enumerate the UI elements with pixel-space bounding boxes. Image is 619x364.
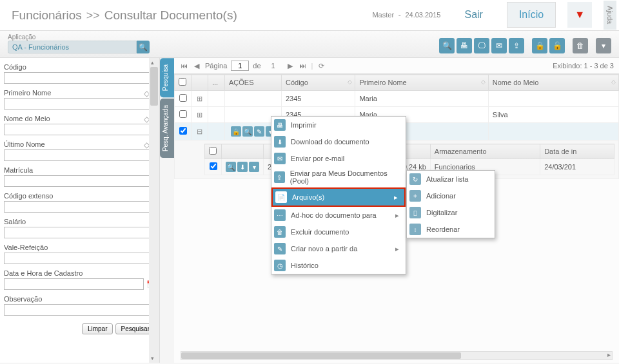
ctx-item-icon: ⇪ <box>274 171 285 183</box>
page-label: Página <box>205 62 227 70</box>
col-data[interactable]: Data de in <box>540 144 614 159</box>
last-page-icon[interactable]: ⏭ <box>299 61 308 70</box>
export-icon[interactable]: ⇪ <box>509 38 524 53</box>
ctx-item-icon: ◷ <box>274 260 286 271</box>
page-input[interactable] <box>231 61 249 71</box>
ctx-subitem[interactable]: ⌷Digitalizar <box>407 204 495 221</box>
clear-button[interactable]: Limpar <box>82 323 113 334</box>
ctx-subitem[interactable]: ＋Adicionar <box>407 187 495 204</box>
tab-pesquisa[interactable]: Pesquisa <box>160 58 174 97</box>
tab-pesq-avancada[interactable]: Pesq. Avançada <box>160 99 174 158</box>
print-icon[interactable]: 🖶 <box>457 38 472 53</box>
ctx-item[interactable]: ⬇Download do documento <box>271 133 406 150</box>
alert-button[interactable]: ▼ <box>567 2 592 28</box>
ctx-item-icon: ⬇ <box>274 136 286 148</box>
field-label: Salário <box>4 218 26 225</box>
filter-input[interactable] <box>4 201 155 213</box>
filter-input[interactable] <box>4 304 155 316</box>
menu-icon[interactable]: ▾ <box>249 162 259 172</box>
ctx-item[interactable]: 🗑Excluir documento <box>271 224 406 240</box>
row-checkbox[interactable] <box>179 94 187 102</box>
col-nome-do-meio[interactable]: Nome do Meio◇ <box>488 75 618 91</box>
row-checkbox[interactable] <box>179 127 187 135</box>
field-label: Código extenso <box>4 192 53 200</box>
field-label: Matrícula <box>4 166 33 174</box>
filter-input[interactable] <box>4 278 144 290</box>
download-icon[interactable]: ⬇ <box>237 162 248 172</box>
ctx-item-icon: ⋯ <box>274 209 286 221</box>
filter-input[interactable] <box>4 72 155 84</box>
search-icon[interactable]: 🔍 <box>439 38 455 53</box>
ctx-item-icon: ✉ <box>274 153 286 164</box>
monitor-icon[interactable]: 🖵 <box>474 38 489 53</box>
sub-row-checkbox[interactable] <box>210 162 217 170</box>
ctx-item-icon: 🗑 <box>274 226 286 238</box>
home-button[interactable]: Início <box>507 2 556 28</box>
lock-icon[interactable]: 🔒 <box>231 126 241 137</box>
ctx-item-label: Download do documento <box>291 138 369 146</box>
ctx-item-icon: 🖶 <box>274 119 286 131</box>
app-select[interactable]: QA - Funcionários <box>8 41 137 53</box>
col-primeiro-nome[interactable]: Primeiro Nome◇ <box>355 75 488 91</box>
ctx-item[interactable]: ⋯Ad-hoc do documento para▸ <box>271 207 406 224</box>
actions-context-menu[interactable]: 🖶Imprimir⬇Download do documento✉Enviar p… <box>271 116 406 274</box>
table-row[interactable]: ⊞2345Maria <box>175 91 619 107</box>
search-icon[interactable]: 🔍 <box>226 162 236 172</box>
sidebar-scrollbar[interactable] <box>149 58 159 363</box>
ctx-subitem[interactable]: ↕Reordenar <box>407 221 495 238</box>
chevron-right-icon: ▸ <box>384 245 399 253</box>
col-codigo[interactable]: Código◇ <box>282 75 355 91</box>
ctx-subitem[interactable]: ↻Atualizar lista <box>407 171 495 187</box>
filter-input[interactable] <box>4 149 155 161</box>
refresh-icon[interactable]: ⟳ <box>317 61 326 70</box>
content-h-scrollbar[interactable] <box>181 351 613 360</box>
filter-input[interactable] <box>4 98 155 110</box>
ctx-item[interactable]: ✉Enviar por e-mail <box>271 150 406 167</box>
ctx-subitem-label: Adicionar <box>426 192 456 200</box>
field-label: Observação <box>4 295 42 303</box>
page-of: de <box>253 62 260 70</box>
prev-page-icon[interactable]: ◀ <box>192 61 201 70</box>
ctx-subitem-label: Digitalizar <box>426 209 457 216</box>
ctx-subitem-icon: ⌷ <box>409 207 421 218</box>
expand-icon[interactable]: ⊞ <box>192 91 208 107</box>
filter-input[interactable] <box>4 124 155 135</box>
ctx-item[interactable]: ⇪Enviar para Meus Documentos (Pool) <box>271 167 406 187</box>
ctx-subitem-icon: ↻ <box>409 173 421 185</box>
help-tab[interactable]: Ajuda <box>604 1 616 29</box>
filter-input[interactable] <box>4 253 155 264</box>
expand-icon[interactable]: ⊟ <box>192 123 208 140</box>
ctx-item[interactable]: ✎Criar novo a partir da▸ <box>271 240 406 257</box>
first-page-icon[interactable]: ⏮ <box>179 61 188 70</box>
cell-nome-do-meio <box>488 91 618 107</box>
ctx-item[interactable]: 🖶Imprimir <box>271 117 406 133</box>
expand-icon[interactable]: ⊞ <box>192 107 208 123</box>
search-icon[interactable]: 🔍 <box>242 126 253 137</box>
ctx-item-label: Excluir documento <box>291 228 349 236</box>
lock-icon[interactable]: 🔒 <box>532 38 547 53</box>
filter-input[interactable] <box>4 175 155 187</box>
user-info: Master - 24.03.2015 <box>372 10 440 19</box>
ctx-item-label: Imprimir <box>291 121 317 129</box>
col-actions: AÇÕES <box>225 75 282 91</box>
mail-icon[interactable]: ✉ <box>491 38 507 53</box>
unlock-icon[interactable]: 🔓 <box>549 38 565 53</box>
arquivos-submenu[interactable]: ↻Atualizar lista＋Adicionar⌷Digitalizar↕R… <box>406 170 495 238</box>
exit-button[interactable]: Sair <box>452 2 495 28</box>
menu-down-icon[interactable]: ▾ <box>596 38 611 53</box>
sub-check-all[interactable] <box>209 147 217 155</box>
trash-icon[interactable]: 🗑 <box>573 38 588 53</box>
chevron-right-icon: ▸ <box>384 211 399 220</box>
edit-icon[interactable]: ✎ <box>254 126 264 137</box>
ctx-item[interactable]: 📄Arquivo(s)▸ <box>271 187 406 207</box>
row-checkbox[interactable] <box>179 110 187 118</box>
col-check[interactable] <box>175 75 192 91</box>
filter-input[interactable] <box>4 227 155 238</box>
next-page-icon[interactable]: ▶ <box>286 61 295 70</box>
field-label: Vale-Refeição <box>4 244 48 251</box>
ctx-item[interactable]: ◷Histórico <box>271 257 406 274</box>
col-armazenamento[interactable]: Armazenamento <box>430 144 540 159</box>
ctx-subitem-icon: ↕ <box>409 224 421 235</box>
app-search-icon[interactable]: 🔍 <box>137 41 150 53</box>
ctx-item-label: Enviar para Meus Documentos (Pool) <box>290 169 399 185</box>
